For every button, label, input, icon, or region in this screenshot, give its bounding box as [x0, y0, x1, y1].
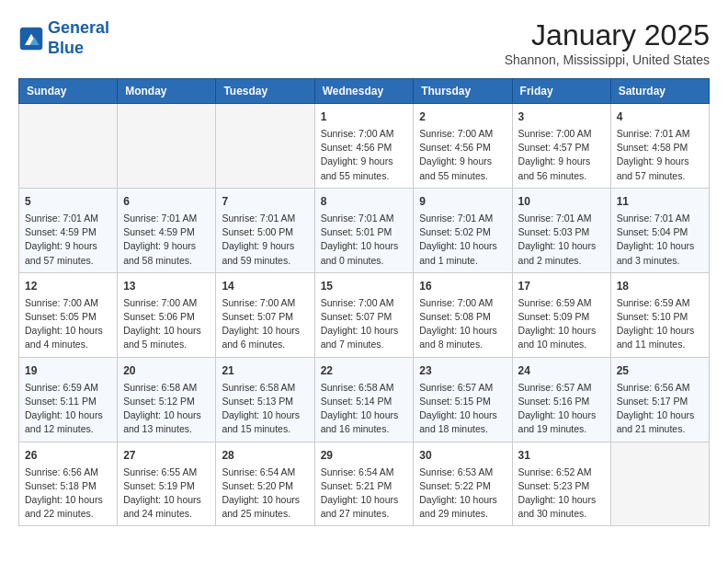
calendar-cell: 16Sunrise: 7:00 AMSunset: 5:08 PMDayligh… — [414, 272, 512, 357]
day-number: 13 — [123, 278, 210, 294]
calendar-cell: 27Sunrise: 6:55 AMSunset: 5:19 PMDayligh… — [118, 442, 216, 526]
header-friday: Friday — [512, 79, 610, 104]
day-info: Sunrise: 6:59 AMSunset: 5:10 PMDaylight:… — [617, 296, 703, 352]
day-number: 7 — [222, 193, 308, 210]
calendar-cell: 21Sunrise: 6:58 AMSunset: 5:13 PMDayligh… — [216, 357, 314, 442]
day-info: Sunrise: 6:58 AMSunset: 5:12 PMDaylight:… — [123, 381, 210, 437]
day-number: 23 — [419, 362, 506, 379]
calendar-week-0: 1Sunrise: 7:00 AMSunset: 4:56 PMDaylight… — [19, 104, 710, 189]
day-number: 8 — [321, 193, 408, 210]
day-number: 16 — [419, 278, 506, 294]
logo-icon — [18, 26, 44, 52]
day-info: Sunrise: 7:00 AMSunset: 5:08 PMDaylight:… — [419, 296, 506, 352]
calendar-cell — [118, 104, 216, 189]
calendar-cell: 24Sunrise: 6:57 AMSunset: 5:16 PMDayligh… — [512, 357, 610, 442]
day-info: Sunrise: 7:01 AMSunset: 4:59 PMDaylight:… — [123, 212, 210, 268]
calendar-cell — [216, 104, 314, 189]
calendar-week-2: 12Sunrise: 7:00 AMSunset: 5:05 PMDayligh… — [19, 272, 710, 357]
day-number: 15 — [321, 278, 408, 294]
header-saturday: Saturday — [610, 79, 709, 104]
day-number: 18 — [617, 278, 703, 294]
day-info: Sunrise: 6:56 AMSunset: 5:17 PMDaylight:… — [617, 381, 703, 437]
header-sunday: Sunday — [19, 79, 118, 104]
month-title: January 2025 — [505, 18, 710, 52]
calendar-cell: 28Sunrise: 6:54 AMSunset: 5:20 PMDayligh… — [216, 442, 314, 526]
day-number: 31 — [518, 447, 605, 464]
day-info: Sunrise: 6:55 AMSunset: 5:19 PMDaylight:… — [123, 465, 210, 522]
calendar-cell: 4Sunrise: 7:01 AMSunset: 4:58 PMDaylight… — [610, 104, 709, 189]
day-number: 5 — [25, 193, 111, 210]
calendar-cell: 7Sunrise: 7:01 AMSunset: 5:00 PMDaylight… — [216, 188, 314, 272]
day-number: 6 — [123, 193, 210, 210]
calendar-cell: 6Sunrise: 7:01 AMSunset: 4:59 PMDaylight… — [118, 188, 216, 272]
calendar-cell: 9Sunrise: 7:01 AMSunset: 5:02 PMDaylight… — [414, 188, 512, 272]
header-wednesday: Wednesday — [314, 79, 414, 104]
logo-text: General Blue — [48, 18, 109, 58]
calendar-cell: 8Sunrise: 7:01 AMSunset: 5:01 PMDaylight… — [314, 188, 414, 272]
day-info: Sunrise: 6:57 AMSunset: 5:15 PMDaylight:… — [419, 381, 506, 437]
day-number: 19 — [25, 362, 111, 379]
day-number: 26 — [25, 447, 111, 464]
day-info: Sunrise: 7:01 AMSunset: 5:01 PMDaylight:… — [321, 212, 408, 268]
day-number: 14 — [222, 278, 308, 294]
day-info: Sunrise: 7:00 AMSunset: 4:56 PMDaylight:… — [419, 127, 506, 183]
day-info: Sunrise: 6:57 AMSunset: 5:16 PMDaylight:… — [518, 381, 605, 437]
day-info: Sunrise: 7:01 AMSunset: 4:58 PMDaylight:… — [617, 127, 703, 183]
day-info: Sunrise: 7:00 AMSunset: 5:07 PMDaylight:… — [222, 296, 308, 352]
calendar-cell: 15Sunrise: 7:00 AMSunset: 5:07 PMDayligh… — [314, 272, 414, 357]
calendar-cell: 19Sunrise: 6:59 AMSunset: 5:11 PMDayligh… — [19, 357, 118, 442]
calendar-cell: 2Sunrise: 7:00 AMSunset: 4:56 PMDaylight… — [414, 104, 512, 189]
day-number: 22 — [321, 362, 408, 379]
calendar-cell: 20Sunrise: 6:58 AMSunset: 5:12 PMDayligh… — [118, 357, 216, 442]
calendar-cell — [610, 442, 709, 526]
day-info: Sunrise: 7:01 AMSunset: 5:00 PMDaylight:… — [222, 212, 308, 268]
day-info: Sunrise: 7:00 AMSunset: 5:07 PMDaylight:… — [321, 296, 408, 352]
calendar-cell: 31Sunrise: 6:52 AMSunset: 5:23 PMDayligh… — [512, 442, 610, 526]
calendar-week-1: 5Sunrise: 7:01 AMSunset: 4:59 PMDaylight… — [19, 188, 710, 272]
calendar-cell: 3Sunrise: 7:00 AMSunset: 4:57 PMDaylight… — [512, 104, 610, 189]
day-number: 27 — [123, 447, 210, 464]
calendar-cell: 11Sunrise: 7:01 AMSunset: 5:04 PMDayligh… — [610, 188, 709, 272]
location: Shannon, Mississippi, United States — [505, 52, 710, 67]
day-number: 10 — [518, 193, 605, 210]
day-info: Sunrise: 6:54 AMSunset: 5:20 PMDaylight:… — [222, 465, 308, 522]
day-info: Sunrise: 6:54 AMSunset: 5:21 PMDaylight:… — [321, 465, 408, 522]
day-number: 2 — [419, 109, 506, 125]
calendar-cell: 1Sunrise: 7:00 AMSunset: 4:56 PMDaylight… — [314, 104, 414, 189]
day-number: 28 — [222, 447, 308, 464]
calendar-cell: 25Sunrise: 6:56 AMSunset: 5:17 PMDayligh… — [610, 357, 709, 442]
day-number: 30 — [419, 447, 506, 464]
day-info: Sunrise: 7:00 AMSunset: 4:57 PMDaylight:… — [518, 127, 605, 183]
calendar-cell: 17Sunrise: 6:59 AMSunset: 5:09 PMDayligh… — [512, 272, 610, 357]
day-info: Sunrise: 7:00 AMSunset: 4:56 PMDaylight:… — [321, 127, 408, 183]
calendar-cell: 29Sunrise: 6:54 AMSunset: 5:21 PMDayligh… — [314, 442, 414, 526]
day-info: Sunrise: 6:56 AMSunset: 5:18 PMDaylight:… — [25, 465, 111, 522]
calendar-cell: 23Sunrise: 6:57 AMSunset: 5:15 PMDayligh… — [414, 357, 512, 442]
day-info: Sunrise: 7:00 AMSunset: 5:05 PMDaylight:… — [25, 296, 111, 352]
calendar-cell: 5Sunrise: 7:01 AMSunset: 4:59 PMDaylight… — [19, 188, 118, 272]
day-info: Sunrise: 6:58 AMSunset: 5:14 PMDaylight:… — [321, 381, 408, 437]
logo: General Blue — [18, 18, 109, 58]
day-info: Sunrise: 7:01 AMSunset: 4:59 PMDaylight:… — [25, 212, 111, 268]
day-number: 4 — [617, 109, 703, 125]
calendar-cell: 13Sunrise: 7:00 AMSunset: 5:06 PMDayligh… — [118, 272, 216, 357]
day-info: Sunrise: 6:53 AMSunset: 5:22 PMDaylight:… — [419, 465, 506, 522]
page-header: General Blue January 2025 Shannon, Missi… — [18, 18, 710, 67]
day-info: Sunrise: 6:59 AMSunset: 5:09 PMDaylight:… — [518, 296, 605, 352]
calendar-week-3: 19Sunrise: 6:59 AMSunset: 5:11 PMDayligh… — [19, 357, 710, 442]
header-monday: Monday — [118, 79, 216, 104]
title-area: January 2025 Shannon, Mississippi, Unite… — [505, 18, 710, 67]
day-info: Sunrise: 7:01 AMSunset: 5:03 PMDaylight:… — [518, 212, 605, 268]
calendar-table: SundayMondayTuesdayWednesdayThursdayFrid… — [18, 78, 710, 526]
calendar-cell: 12Sunrise: 7:00 AMSunset: 5:05 PMDayligh… — [19, 272, 118, 357]
day-number: 9 — [419, 193, 506, 210]
calendar-cell: 18Sunrise: 6:59 AMSunset: 5:10 PMDayligh… — [610, 272, 709, 357]
day-info: Sunrise: 6:59 AMSunset: 5:11 PMDaylight:… — [25, 381, 111, 437]
day-number: 12 — [25, 278, 111, 294]
calendar-cell: 14Sunrise: 7:00 AMSunset: 5:07 PMDayligh… — [216, 272, 314, 357]
calendar-cell: 22Sunrise: 6:58 AMSunset: 5:14 PMDayligh… — [314, 357, 414, 442]
day-info: Sunrise: 7:00 AMSunset: 5:06 PMDaylight:… — [123, 296, 210, 352]
day-info: Sunrise: 6:52 AMSunset: 5:23 PMDaylight:… — [518, 465, 605, 522]
header-tuesday: Tuesday — [216, 79, 314, 104]
day-info: Sunrise: 6:58 AMSunset: 5:13 PMDaylight:… — [222, 381, 308, 437]
